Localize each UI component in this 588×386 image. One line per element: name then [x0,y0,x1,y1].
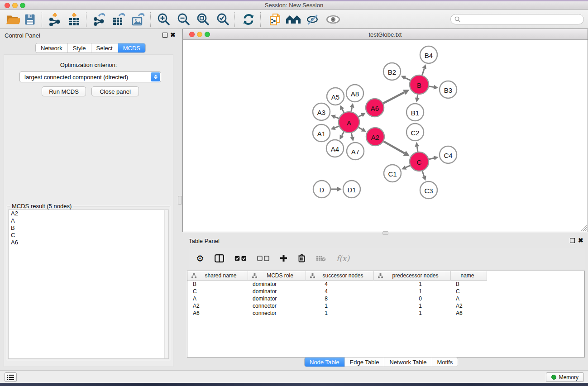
run-mcds-button[interactable]: Run MCDS [42,86,86,96]
node-D[interactable]: D [313,181,330,198]
import-table-icon[interactable] [66,11,83,28]
search-input[interactable] [460,16,583,23]
table-row[interactable]: Adominator80A [187,295,584,302]
table-row[interactable]: Bdominator41B [187,281,584,288]
edge-A-A4[interactable] [339,132,344,139]
column-header-name[interactable]: name [451,271,487,281]
edge-A-A1[interactable] [330,126,339,130]
edge-A6-B[interactable] [383,90,410,103]
node-B[interactable]: B [410,75,429,94]
show-all-icon[interactable] [325,11,342,28]
mcds-result-item[interactable]: B [9,224,168,232]
edge-D-D1[interactable] [331,187,342,191]
node-C4[interactable]: C4 [440,146,457,163]
close-table-panel-icon[interactable]: ✖ [578,238,583,243]
edge-A-A8[interactable] [350,103,354,112]
tab-network-table[interactable]: Network Table [384,357,431,367]
edge-B-B1[interactable] [415,95,420,102]
close-panel-icon[interactable]: ✖ [170,33,176,38]
node-A8[interactable]: A8 [346,85,363,102]
tab-select[interactable]: Select [91,43,118,52]
edge-A-A7[interactable] [350,133,354,141]
column-header-predecessor-nodes[interactable]: predecessor nodes [374,271,451,281]
tab-motifs[interactable]: Motifs [432,357,458,367]
export-table-icon[interactable] [110,11,127,28]
refresh-view-icon[interactable] [240,11,257,28]
node-C3[interactable]: C3 [420,181,437,199]
edge-A-A3[interactable] [331,115,339,119]
table-row[interactable]: A6connector11A6 [187,310,584,317]
mcds-result-item[interactable]: A2 [9,210,168,217]
node-B4[interactable]: B4 [420,46,437,63]
node-A5[interactable]: A5 [327,88,344,105]
tab-edge-table[interactable]: Edge Table [344,357,384,367]
open-file-icon[interactable] [4,11,21,28]
add-column-icon[interactable] [280,254,287,262]
node-B1[interactable]: B1 [406,104,424,121]
mcds-result-list[interactable]: A2ABCA6 [8,210,169,359]
edge-A-A2[interactable] [359,128,366,132]
tab-mcds[interactable]: MCDS [118,43,145,52]
edge-C-C1[interactable] [402,166,410,170]
mcds-result-item[interactable]: A [9,217,168,224]
column-header-shared-name[interactable]: shared name [187,271,248,281]
node-A4[interactable]: A4 [326,140,344,157]
edge-B-B3[interactable] [429,85,439,90]
split-panel-icon[interactable] [215,254,224,262]
edge-B-B2[interactable] [401,76,410,80]
node-C[interactable]: C [410,152,429,171]
zoom-selected-icon[interactable] [215,11,232,28]
table-row[interactable]: Cdominator41C [187,288,584,295]
tab-style[interactable]: Style [67,43,91,52]
zoom-in-icon[interactable] [155,11,172,28]
node-B3[interactable]: B3 [440,81,457,98]
select-all-rows-icon[interactable] [234,256,247,261]
zoom-out-icon[interactable] [175,11,192,28]
edge-A2-C[interactable] [383,141,410,156]
close-panel-button[interactable]: Close panel [91,86,139,96]
network-canvas[interactable]: B4B2BB3A5A8A6A3AB1A1A2C2A4A7CC4C1C3DD1 [183,40,588,232]
memory-button[interactable]: Memory [546,372,584,382]
attribute-settings-icon[interactable]: ⚙ [196,253,204,264]
save-session-icon[interactable] [21,11,38,28]
edge-C-C2[interactable] [415,142,419,152]
import-network-icon[interactable] [46,11,63,28]
node-B2[interactable]: B2 [383,63,401,80]
edge-C-C3[interactable] [422,171,426,181]
float-panel-icon[interactable] [163,33,167,38]
column-header-successor-nodes[interactable]: successor nodes [306,271,374,281]
tab-node-table[interactable]: Node Table [305,357,344,367]
column-header-MCDS-role[interactable]: MCDS role [248,271,306,281]
hide-selected-icon[interactable] [304,11,321,28]
float-table-panel-icon[interactable] [570,238,575,243]
mcds-result-item[interactable]: C [9,232,168,239]
export-network-icon[interactable] [91,11,108,28]
edge-A-A6[interactable] [359,113,366,117]
node-A2[interactable]: A2 [366,128,384,146]
node-A6[interactable]: A6 [366,99,384,117]
edge-C-C4[interactable] [429,156,438,160]
node-D1[interactable]: D1 [343,181,360,198]
delete-column-icon[interactable] [298,254,306,262]
export-image-icon[interactable] [129,11,147,28]
task-history-button[interactable] [5,372,17,382]
function-builder-icon[interactable]: f(x) [336,254,349,263]
zoom-fit-icon[interactable] [195,11,212,28]
node-C1[interactable]: C1 [384,165,401,182]
deselect-all-rows-icon[interactable] [257,256,269,261]
vertical-splitter-grip[interactable] [178,196,182,205]
node-C2[interactable]: C2 [406,124,424,141]
table-row[interactable]: A2connector11A2 [187,302,584,310]
criterion-dropdown[interactable]: largest connected component (directed) [19,71,161,82]
horizontal-splitter-grip[interactable] [382,231,388,235]
first-neighbors-icon[interactable] [285,11,302,28]
delete-table-icon[interactable] [316,255,326,262]
node-A3[interactable]: A3 [313,103,330,120]
mcds-result-item[interactable]: A6 [9,239,168,246]
node-A[interactable]: A [339,112,359,133]
node-A1[interactable]: A1 [313,124,330,142]
duplicate-network-icon[interactable] [267,11,284,28]
edge-A-A5[interactable] [340,105,344,112]
tab-network[interactable]: Network [36,43,67,52]
node-A7[interactable]: A7 [347,143,364,160]
